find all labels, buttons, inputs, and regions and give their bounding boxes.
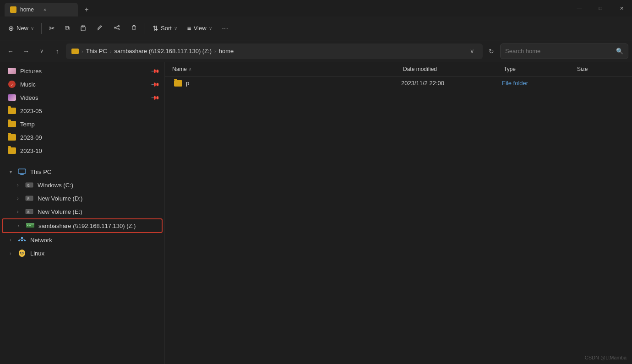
svg-point-4: [114, 27, 116, 28]
sidebar-item-linux[interactable]: › Linux: [2, 247, 163, 260]
path-dropdown-button[interactable]: ∨: [467, 46, 477, 56]
search-input[interactable]: [505, 48, 612, 54]
window-controls: — □ ✕: [569, 0, 632, 16]
view-button[interactable]: ≡ View ∨: [183, 22, 217, 34]
svg-point-31: [21, 252, 21, 253]
col-header-size[interactable]: Size: [573, 64, 628, 74]
file-size-cell: [572, 78, 627, 88]
drive-e-icon: E:: [25, 207, 34, 216]
folder-icon-address: [71, 49, 79, 54]
dropdown-history-button[interactable]: ∨: [35, 44, 49, 58]
sidebar-item-videos[interactable]: Videos 📌: [2, 91, 163, 104]
col-header-name[interactable]: Name ∧: [169, 64, 399, 74]
watermark: CSDN @LtMamba: [585, 355, 627, 360]
breadcrumb-this-pc[interactable]: This PC: [86, 48, 107, 54]
file-type-cell: File folder: [498, 78, 572, 88]
folder-icon-temp: [7, 120, 16, 129]
table-row[interactable]: p 2023/11/2 22:00 File folder: [167, 77, 630, 89]
refresh-button[interactable]: ↻: [485, 44, 498, 58]
sidebar-item-2023-05[interactable]: 2023-05: [2, 104, 163, 117]
expand-network: ›: [7, 238, 14, 243]
up-button[interactable]: ↑: [50, 44, 64, 58]
file-type: File folder: [502, 80, 528, 87]
music-icon: ♪: [7, 80, 16, 89]
back-button[interactable]: ←: [4, 44, 17, 58]
toolbar-sep-1: [41, 23, 42, 34]
share-icon: [114, 24, 120, 33]
address-bar: ← → ∨ ↑ › This PC › sambashare (\\192.16…: [0, 40, 632, 62]
file-list: Name ∧ Date modified Type Size p 2023/11…: [165, 62, 632, 364]
maximize-button[interactable]: □: [590, 0, 611, 16]
sidebar-label-2023-09: 2023-09: [20, 134, 159, 141]
svg-rect-5: [18, 169, 26, 174]
svg-rect-16: [27, 211, 29, 212]
sort-button[interactable]: ⇅ Sort ∨: [148, 22, 182, 35]
paste-icon: [80, 24, 87, 33]
delete-icon: [131, 24, 137, 33]
sidebar-item-sambashare[interactable]: › sambashare (\\192.168.117.130) (Z:): [2, 218, 163, 233]
sidebar-label-temp: Temp: [20, 121, 159, 128]
tab-area: home × +: [5, 0, 569, 16]
minimize-button[interactable]: —: [569, 0, 590, 16]
rename-button[interactable]: [92, 22, 108, 35]
view-label: View: [194, 25, 207, 32]
pin-icon-music: 📌: [151, 80, 160, 89]
sort-label: Sort: [161, 25, 172, 32]
breadcrumb-sambashare[interactable]: sambashare (\\192.168.117.130) (Z:): [114, 48, 212, 54]
col-name-label: Name: [172, 66, 187, 72]
new-button[interactable]: ⊕ New ∨: [4, 22, 38, 35]
sidebar-item-2023-10[interactable]: 2023-10: [2, 144, 163, 157]
svg-line-25: [19, 239, 22, 240]
svg-rect-13: [27, 197, 29, 199]
folder-icon-2023-09: [7, 133, 16, 142]
delete-button[interactable]: [126, 22, 142, 35]
svg-rect-1: [82, 25, 84, 27]
sidebar-label-2023-10: 2023-10: [20, 147, 159, 154]
expand-sambashare: ›: [16, 223, 22, 228]
search-box[interactable]: 🔍: [500, 43, 628, 59]
expand-new-volume-e: ›: [15, 209, 21, 214]
col-header-date[interactable]: Date modified: [399, 64, 500, 74]
tab-folder-icon: [10, 6, 16, 13]
home-tab[interactable]: home ×: [5, 3, 78, 16]
forward-button[interactable]: →: [19, 44, 33, 58]
videos-icon: [7, 93, 16, 102]
svg-line-27: [22, 239, 25, 240]
sidebar-label-this-pc: This PC: [30, 168, 159, 175]
sidebar-label-new-volume-d: New Volume (D:): [38, 195, 159, 202]
address-path[interactable]: › This PC › sambashare (\\192.168.117.13…: [66, 43, 483, 59]
file-folder-icon: [174, 80, 182, 87]
svg-point-3: [118, 28, 120, 30]
breadcrumb-home[interactable]: home: [219, 48, 234, 54]
svg-rect-23: [21, 240, 23, 241]
close-button[interactable]: ✕: [611, 0, 632, 16]
svg-rect-22: [18, 240, 20, 241]
sidebar-item-2023-09[interactable]: 2023-09: [2, 131, 163, 144]
sidebar-item-network[interactable]: › Network: [2, 234, 163, 246]
sidebar-item-this-pc[interactable]: ▾ This PC: [2, 165, 163, 178]
col-header-type[interactable]: Type: [500, 64, 573, 74]
paste-button[interactable]: [75, 22, 91, 35]
new-label: New: [16, 25, 28, 32]
sidebar-item-new-volume-e[interactable]: › E: New Volume (E:): [2, 205, 163, 218]
sidebar-item-windows-c[interactable]: › C: Windows (C:): [2, 179, 163, 191]
sidebar-label-new-volume-e: New Volume (E:): [38, 208, 159, 215]
sidebar: Pictures 📌 ♪ Music 📌 Videos 📌 2023-05: [0, 62, 165, 364]
tab-close-button[interactable]: ×: [41, 6, 49, 13]
more-button[interactable]: ···: [218, 22, 233, 35]
new-tab-button[interactable]: +: [80, 3, 93, 16]
sidebar-label-music: Music: [20, 81, 148, 88]
copy-button[interactable]: ⧉: [60, 22, 74, 34]
sidebar-item-pictures[interactable]: Pictures 📌: [2, 65, 163, 77]
sidebar-item-temp[interactable]: Temp: [2, 118, 163, 130]
expand-this-pc: ▾: [7, 169, 14, 174]
sidebar-item-new-volume-d[interactable]: › D: New Volume (D:): [2, 192, 163, 205]
col-size-label: Size: [577, 66, 588, 72]
expand-windows-c: ›: [15, 183, 21, 188]
sort-icon: ⇅: [153, 24, 158, 33]
cut-button[interactable]: ✂: [44, 22, 60, 35]
sidebar-label-windows-c: Windows (C:): [38, 182, 159, 189]
share-button[interactable]: [109, 22, 125, 35]
sidebar-item-music[interactable]: ♪ Music 📌: [2, 78, 163, 91]
folder-icon-2023-10: [7, 146, 16, 155]
